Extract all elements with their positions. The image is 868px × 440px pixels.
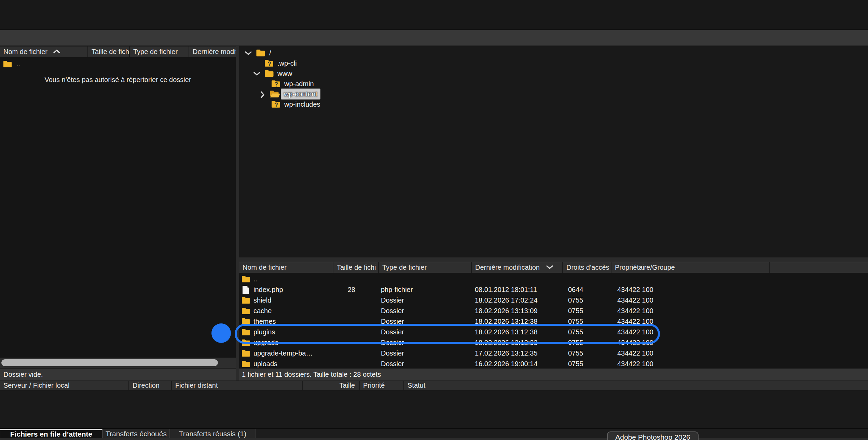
- tree-item-wp-content[interactable]: wp-content: [239, 89, 868, 99]
- annotation-highlight-box: [235, 324, 660, 344]
- folder-question-icon: ?: [271, 100, 281, 108]
- chevron-down-icon[interactable]: [253, 71, 261, 76]
- remote-row-uploads[interactable]: uploads Dossier 16.02.2026 19:00:14 0755…: [239, 359, 868, 368]
- local-status-bar: Dossier vide.: [0, 368, 236, 381]
- folder-icon: [241, 296, 251, 304]
- remote-list-header: Nom de fichier Taille de fichi Type de f…: [239, 262, 868, 273]
- column-header-modified[interactable]: Dernière modific: [189, 46, 236, 57]
- column-header-owner[interactable]: Propriétaire/Groupe: [611, 262, 770, 273]
- queue-list: [0, 390, 868, 428]
- local-list-empty-message: Vous n’êtes pas autorisé à répertorier c…: [0, 76, 236, 84]
- tree-item-www[interactable]: www: [239, 68, 868, 79]
- chevron-right-icon[interactable]: [260, 91, 265, 98]
- folder-icon: [241, 360, 251, 368]
- local-list-header: Nom de fichier Taille de fichie Type de …: [0, 46, 236, 57]
- column-header-empty: [770, 262, 868, 273]
- remote-directory-tree: / ? .wp-cli www ? wp-admin wp-content ? …: [239, 46, 868, 257]
- column-header-name[interactable]: Nom de fichier: [0, 46, 88, 57]
- remote-file-list: .. index.php 28 php-fichier 08.01.2012 1…: [239, 273, 868, 368]
- column-header-type[interactable]: Type de fichier: [130, 46, 189, 57]
- external-window-adobe-photoshop[interactable]: Adobe Photoshop 2026: [607, 431, 699, 440]
- horizontal-splitter[interactable]: [239, 257, 868, 262]
- tab-successful-transfers[interactable]: Transferts réussis (1): [170, 429, 256, 439]
- remote-row-cache[interactable]: cache Dossier 18.02.2026 13:13:09 0755 4…: [239, 306, 868, 316]
- local-parent-dir-label: ..: [16, 59, 20, 69]
- remote-row-shield[interactable]: shield Dossier 18.02.2026 17:02:24 0755 …: [239, 295, 868, 306]
- svg-text:?: ?: [274, 81, 278, 88]
- folder-question-icon: ?: [264, 59, 274, 67]
- column-header-modified[interactable]: Dernière modification: [472, 262, 563, 273]
- folder-icon: [256, 49, 266, 57]
- tree-item-wp-admin[interactable]: ? wp-admin: [239, 79, 868, 89]
- queue-header: Serveur / Fichier local Direction Fichie…: [0, 381, 868, 390]
- folder-icon: [264, 69, 274, 78]
- chevron-down-icon[interactable]: [245, 51, 252, 56]
- remote-status-bar: 1 fichier et 11 dossiers. Taille totale …: [239, 368, 868, 381]
- quickconnect-bar: Site local : Site distant : /www/wp-cont…: [0, 30, 868, 46]
- queue-column-remote-file[interactable]: Fichier distant: [172, 381, 303, 390]
- local-file-list: .. Vous n’êtes pas autorisé à répertorie…: [0, 57, 236, 358]
- tab-files-queued[interactable]: Fichiers en file d’attente: [0, 429, 102, 439]
- folder-icon: [241, 275, 251, 283]
- queue-column-size[interactable]: Taille: [303, 381, 360, 390]
- folder-open-icon: [269, 90, 280, 98]
- remote-row-parent-dir[interactable]: ..: [239, 274, 868, 284]
- sort-descending-icon: [546, 265, 553, 269]
- tree-item-wp-includes[interactable]: ? wp-includes: [239, 99, 868, 109]
- folder-icon: [3, 60, 12, 68]
- local-status-text: Dossier vide.: [3, 371, 43, 378]
- folder-question-icon: ?: [271, 80, 281, 88]
- remote-status-text: 1 fichier et 11 dossiers. Taille totale …: [242, 371, 381, 378]
- column-header-permissions[interactable]: Droits d’accès: [563, 262, 611, 273]
- folder-icon: [241, 349, 251, 357]
- queue-column-priority[interactable]: Priorité: [360, 381, 404, 390]
- svg-text:?: ?: [267, 61, 271, 67]
- tab-failed-transfers[interactable]: Transferts échoués: [102, 429, 170, 439]
- local-horizontal-scrollbar[interactable]: [0, 358, 236, 368]
- window-bottom-edge: [0, 438, 868, 440]
- column-header-name[interactable]: Nom de fichier: [239, 262, 333, 273]
- column-header-size[interactable]: Taille de fichie: [88, 46, 130, 57]
- svg-text:?: ?: [274, 102, 278, 108]
- column-header-type[interactable]: Type de fichier: [379, 262, 472, 273]
- local-parent-dir-row[interactable]: ..: [0, 59, 236, 69]
- column-header-size[interactable]: Taille de fichi: [333, 262, 379, 273]
- remote-row-upgrade-temp[interactable]: upgrade-temp-ba… Dossier 17.02.2026 13:1…: [239, 348, 868, 359]
- toolbar: [0, 0, 868, 30]
- sort-ascending-icon: [53, 49, 60, 54]
- queue-column-status[interactable]: Statut: [404, 381, 671, 390]
- tree-item-wp-cli[interactable]: ? .wp-cli: [239, 58, 868, 68]
- annotation-click-dot: [211, 323, 231, 343]
- queue-column-direction[interactable]: Direction: [129, 381, 172, 390]
- folder-icon: [241, 307, 251, 315]
- remote-row-index-php[interactable]: index.php 28 php-fichier 08.01.2012 18:0…: [239, 284, 868, 295]
- tree-selected-item-label[interactable]: wp-content: [281, 89, 320, 99]
- queue-column-server-local[interactable]: Serveur / Fichier local: [0, 381, 129, 390]
- file-icon: [242, 285, 249, 294]
- scrollbar-thumb[interactable]: [1, 359, 218, 366]
- tree-item-root[interactable]: /: [239, 48, 868, 58]
